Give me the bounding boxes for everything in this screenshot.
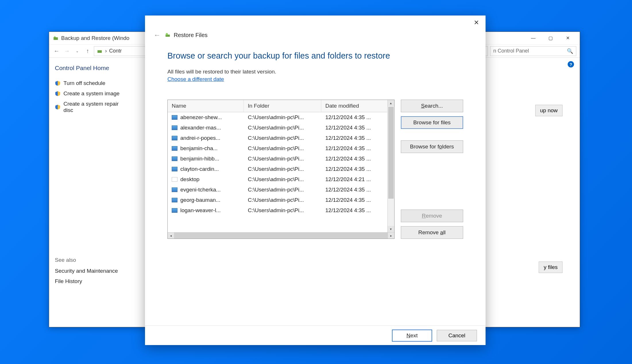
cell-folder: C:\Users\admin-pc\Pi...	[244, 175, 321, 183]
cancel-button[interactable]: Cancel	[437, 330, 477, 341]
svg-rect-0	[54, 37, 58, 40]
image-icon	[172, 136, 177, 140]
dialog-back-icon[interactable]: ←	[154, 31, 161, 39]
nav-back-icon[interactable]: ←	[53, 47, 61, 55]
search-input[interactable]: n Control Panel 🔍	[490, 46, 576, 56]
breadcrumb-sep: ›	[105, 48, 107, 54]
vertical-scrollbar[interactable]: ▴ ▾	[387, 100, 394, 232]
cell-date: 12/12/2024 4:35 ...	[321, 206, 394, 214]
table-row[interactable]: benjamin-hibb...C:\Users\admin-pc\Pi...1…	[168, 154, 394, 164]
table-row[interactable]: andrei-r-popes...C:\Users\admin-pc\Pi...…	[168, 133, 394, 143]
cell-name: desktop	[168, 175, 244, 183]
nav-up-icon[interactable]: ↑	[84, 47, 92, 55]
cell-date: 12/12/2024 4:35 ...	[321, 155, 394, 163]
image-icon	[172, 167, 177, 171]
sidebar-item-label: Create a system repair disc	[63, 101, 130, 113]
scroll-thumb[interactable]	[388, 107, 394, 199]
backup-icon	[53, 36, 59, 41]
cp-home-link[interactable]: Control Panel Home	[55, 65, 130, 71]
cell-folder: C:\Users\admin-pc\Pi...	[244, 186, 321, 194]
cell-name: logan-weaver-l...	[168, 206, 244, 214]
cell-folder: C:\Users\admin-pc\Pi...	[244, 113, 321, 121]
search-button[interactable]: Search...	[401, 100, 463, 112]
image-icon	[172, 115, 177, 120]
col-name[interactable]: Name	[168, 100, 244, 112]
col-date[interactable]: Date modified	[321, 100, 394, 112]
image-icon	[172, 146, 177, 151]
table-row[interactable]: clayton-cardin...C:\Users\admin-pc\Pi...…	[168, 164, 394, 174]
restore-my-files-button[interactable]: y files	[539, 262, 563, 273]
shield-icon	[55, 91, 61, 96]
search-placeholder: n Control Panel	[493, 48, 529, 54]
file-name: abenezer-shew...	[180, 114, 222, 121]
see-also-security[interactable]: Security and Maintenance	[55, 268, 130, 274]
help-icon[interactable]: ?	[568, 61, 574, 67]
breadcrumb-text: Contr	[109, 48, 122, 54]
image-icon	[172, 208, 177, 213]
scroll-right-icon[interactable]: ▸	[388, 233, 394, 239]
dialog-description: All files will be restored to their late…	[167, 69, 463, 75]
cell-folder: C:\Users\admin-pc\Pi...	[244, 196, 321, 204]
cell-date: 12/12/2024 4:21 ...	[321, 175, 394, 183]
browse-folders-button[interactable]: Browse for folders	[401, 140, 463, 153]
sidebar-item-repairdisc[interactable]: Create a system repair disc	[55, 101, 130, 113]
file-list: Name In Folder Date modified abenezer-sh…	[167, 100, 395, 239]
shield-icon	[55, 80, 61, 86]
file-name: clayton-cardin...	[180, 166, 219, 172]
cell-name: georg-bauman...	[168, 196, 244, 204]
cell-name: benjamin-cha...	[168, 144, 244, 152]
dialog-close-button[interactable]: ✕	[471, 18, 482, 28]
cell-name: evgeni-tcherka...	[168, 186, 244, 194]
col-infolder[interactable]: In Folder	[244, 100, 321, 112]
file-name: benjamin-cha...	[180, 145, 218, 152]
file-name: benjamin-hibb...	[180, 156, 219, 162]
table-row[interactable]: benjamin-cha...C:\Users\admin-pc\Pi...12…	[168, 143, 394, 154]
nav-forward-icon[interactable]: →	[63, 47, 71, 55]
next-button[interactable]: Next	[392, 330, 432, 342]
cell-name: clayton-cardin...	[168, 165, 244, 173]
cell-date: 12/12/2024 4:35 ...	[321, 186, 394, 194]
remove-button[interactable]: Remove	[401, 210, 463, 222]
file-name: georg-bauman...	[180, 197, 220, 203]
sidebar: Control Panel Home Turn off schedule Cre…	[49, 58, 135, 327]
table-row[interactable]: desktopC:\Users\admin-pc\Pi...12/12/2024…	[168, 174, 394, 185]
cell-date: 12/12/2024 4:35 ...	[321, 134, 394, 142]
table-row[interactable]: logan-weaver-l...C:\Users\admin-pc\Pi...…	[168, 205, 394, 216]
choose-date-link[interactable]: Choose a different date	[167, 76, 463, 82]
file-name: alexander-mas...	[180, 125, 221, 131]
cell-date: 12/12/2024 4:35 ...	[321, 113, 394, 121]
backup-now-button[interactable]: up now	[535, 105, 563, 116]
sidebar-item-sysimage[interactable]: Create a system image	[55, 90, 130, 97]
minimize-button[interactable]: —	[525, 32, 542, 44]
table-row[interactable]: georg-bauman...C:\Users\admin-pc\Pi...12…	[168, 195, 394, 205]
cell-name: alexander-mas...	[168, 124, 244, 132]
dialog-footer: Next Cancel	[145, 326, 486, 345]
shield-icon	[55, 104, 61, 110]
cell-folder: C:\Users\admin-pc\Pi...	[244, 134, 321, 142]
scroll-down-icon[interactable]: ▾	[388, 226, 394, 232]
sidebar-item-label: Create a system image	[63, 90, 119, 97]
table-row[interactable]: abenezer-shew...C:\Users\admin-pc\Pi...1…	[168, 112, 394, 123]
nav-dropdown-icon[interactable]: ⌄	[73, 47, 81, 55]
maximize-button[interactable]: ▢	[542, 32, 559, 44]
dialog-heading: Browse or search your backup for files a…	[167, 51, 463, 61]
scroll-up-icon[interactable]: ▴	[388, 100, 394, 106]
hscroll-track[interactable]	[174, 233, 388, 239]
file-name: desktop	[180, 176, 200, 183]
remove-all-button[interactable]: Remove all	[401, 226, 463, 239]
cell-folder: C:\Users\admin-pc\Pi...	[244, 165, 321, 173]
horizontal-scrollbar[interactable]: ◂ ▸	[168, 232, 394, 239]
cell-folder: C:\Users\admin-pc\Pi...	[244, 144, 321, 152]
table-row[interactable]: evgeni-tcherka...C:\Users\admin-pc\Pi...…	[168, 185, 394, 195]
cell-folder: C:\Users\admin-pc\Pi...	[244, 124, 321, 132]
table-row[interactable]: alexander-mas...C:\Users\admin-pc\Pi...1…	[168, 123, 394, 133]
sidebar-item-turnoff[interactable]: Turn off schedule	[55, 80, 130, 86]
scroll-left-icon[interactable]: ◂	[168, 233, 174, 239]
svg-point-3	[166, 33, 168, 35]
window-controls: — ▢ ✕	[525, 32, 576, 44]
see-also-filehistory[interactable]: File History	[55, 278, 130, 284]
close-button[interactable]: ✕	[559, 32, 576, 44]
svg-rect-1	[98, 50, 102, 53]
browse-files-button[interactable]: Browse for files	[401, 116, 463, 129]
restore-icon	[165, 32, 171, 38]
